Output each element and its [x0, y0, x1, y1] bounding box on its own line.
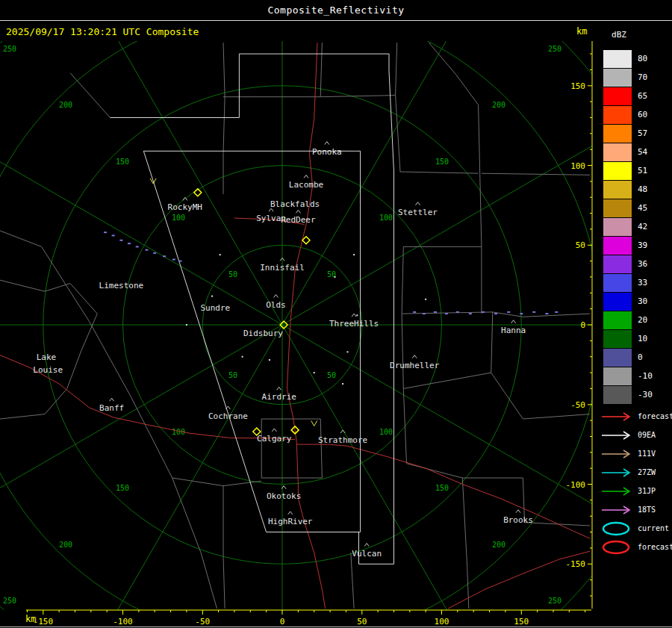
county-boundary — [403, 373, 491, 388]
colorbar-row: 80 — [603, 49, 653, 68]
axis-tick-label: 150 — [514, 617, 529, 627]
range-ring-label: 200 — [59, 541, 72, 549]
colorbar-swatch — [603, 293, 632, 311]
axis-tick-label: -150 — [34, 617, 54, 627]
colorbar-row: 70 — [603, 68, 653, 87]
range-ring-label: 100 — [172, 214, 185, 222]
colorbar-row: -30 — [603, 385, 653, 404]
city-label: Blackfalds — [270, 199, 320, 209]
colorbar-title: dBZ — [605, 30, 633, 40]
precip-echo — [178, 261, 181, 262]
right-axis: 150100500-50-100-150 — [564, 41, 597, 610]
colorbar-value-label: 54 — [638, 147, 647, 157]
colorbar-swatch — [603, 367, 632, 385]
colorbar-swatch — [603, 255, 632, 273]
range-ring-label: 100 — [379, 428, 393, 436]
legend-label: current — [638, 524, 669, 532]
colorbar-row: 10 — [603, 329, 653, 348]
range-ring-label: 50 — [228, 270, 237, 279]
range-ring-label: 200 — [59, 101, 72, 109]
precip-echo — [413, 311, 416, 313]
county-boundary — [223, 43, 225, 194]
city-label: Strathmore — [318, 435, 367, 445]
colorbar-row: 33 — [603, 273, 653, 292]
legend-label: 18TS — [638, 506, 656, 514]
axis-tick-label: 50 — [357, 617, 367, 627]
colorbar-swatch — [603, 386, 632, 404]
colorbar-swatch — [603, 218, 632, 236]
precip-echo — [545, 313, 548, 314]
city-label: Louise — [33, 365, 63, 375]
colorbar-value-label: 57 — [638, 128, 647, 138]
precip-echo — [104, 231, 107, 233]
town-marker — [225, 406, 230, 409]
radar-site-marker — [302, 237, 310, 244]
city-label: Brooks — [503, 515, 533, 525]
county-boundary — [402, 246, 482, 314]
precip-echo — [423, 313, 426, 314]
colorbar-swatch — [603, 87, 632, 105]
clutter-speck — [335, 276, 336, 278]
axis-tick-label: 0 — [580, 320, 585, 330]
colorbar-value-label: 45 — [638, 203, 647, 213]
legend-arrow-icon — [600, 502, 635, 518]
axis-tick-label: -50 — [570, 400, 585, 410]
town-marker — [416, 202, 420, 205]
colorbar-swatch — [603, 311, 632, 329]
county-boundary — [480, 173, 482, 314]
city-label: HighRiver — [268, 517, 313, 526]
radar-app-window: Composite_Reflectivity 2025/09/17 13:20:… — [0, 0, 672, 628]
colorbar-row: -10 — [603, 367, 653, 385]
range-ring-label: 150 — [435, 158, 449, 166]
colorbar-value-label: 70 — [638, 72, 647, 82]
window-title: Composite_Reflectivity — [0, 4, 672, 16]
colorbar-row: 51 — [603, 161, 653, 180]
colorbar-row: 36 — [603, 255, 653, 273]
precip-echo — [456, 311, 459, 313]
city-label: Cochrane — [208, 411, 248, 421]
range-ring-label: 150 — [435, 484, 449, 492]
precip-echo — [153, 252, 156, 254]
range-ring-label: 200 — [492, 541, 505, 549]
range-ring-label: 150 — [116, 158, 129, 166]
colorbar-swatch — [603, 330, 632, 348]
legend-arrow-icon — [600, 427, 635, 444]
city-label: Banff — [99, 403, 124, 413]
axis-tick-label: 50 — [576, 240, 585, 250]
legend-arrow-icon — [600, 446, 635, 462]
range-ring-label: 250 — [548, 45, 561, 53]
county-boundary — [172, 478, 262, 486]
city-label: Okotoks — [267, 491, 301, 501]
legend-arrow-icon — [600, 483, 635, 500]
ellipse-shape — [603, 541, 629, 553]
county-boundary — [223, 486, 225, 609]
legend-label: 111V — [638, 450, 656, 458]
precip-echo — [494, 313, 497, 314]
colorbar-value-label: 39 — [638, 240, 647, 250]
precip-echo — [146, 249, 149, 251]
town-marker — [110, 398, 114, 401]
radial-grid-line — [282, 325, 482, 610]
colorbar-value-label: 65 — [638, 91, 647, 101]
county-boundary — [223, 43, 322, 97]
precip-echo — [163, 255, 166, 257]
colorbar-swatch — [603, 143, 632, 161]
town-marker — [277, 387, 281, 390]
timestamp: 2025/09/17 13:20:21 UTC Composite — [6, 26, 199, 37]
city-label: Lacombe — [289, 180, 323, 190]
colorbar-value-label: 80 — [638, 54, 647, 63]
colorbar-swatch — [603, 69, 632, 87]
county-boundary — [351, 553, 354, 609]
colorbar-row: 39 — [603, 236, 653, 255]
city-label: Limestone — [99, 281, 144, 290]
clutter-speck — [220, 254, 221, 255]
range-ring-label: 100 — [379, 214, 393, 222]
clutter-speck — [353, 254, 355, 255]
radial-grid-line — [282, 325, 592, 524]
city-label: RedDeer — [281, 215, 316, 225]
colorbar-swatch — [603, 199, 632, 217]
town-marker — [412, 355, 417, 358]
town-marker — [511, 320, 516, 323]
town-marker — [288, 512, 293, 514]
axis-tick-label: -100 — [566, 480, 586, 490]
